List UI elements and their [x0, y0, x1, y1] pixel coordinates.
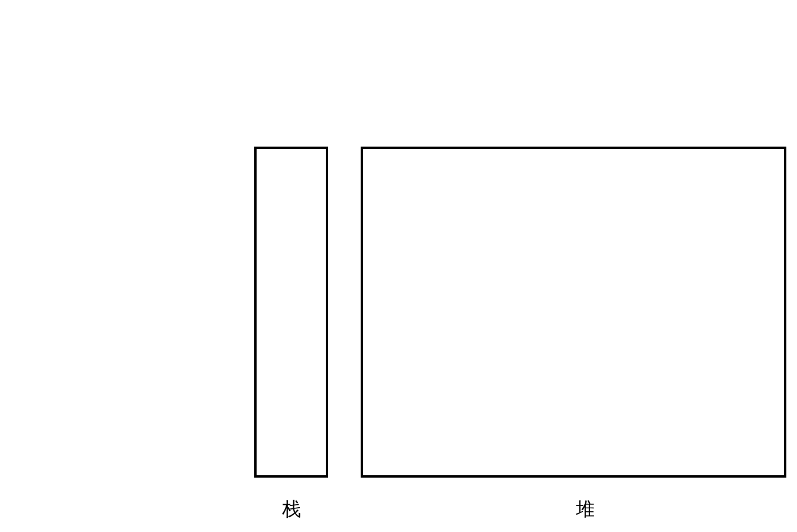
stack-label: 栈: [254, 497, 328, 523]
stack-box: [254, 147, 328, 478]
heap-box: [361, 147, 786, 478]
heap-label: 堆: [361, 497, 797, 523]
